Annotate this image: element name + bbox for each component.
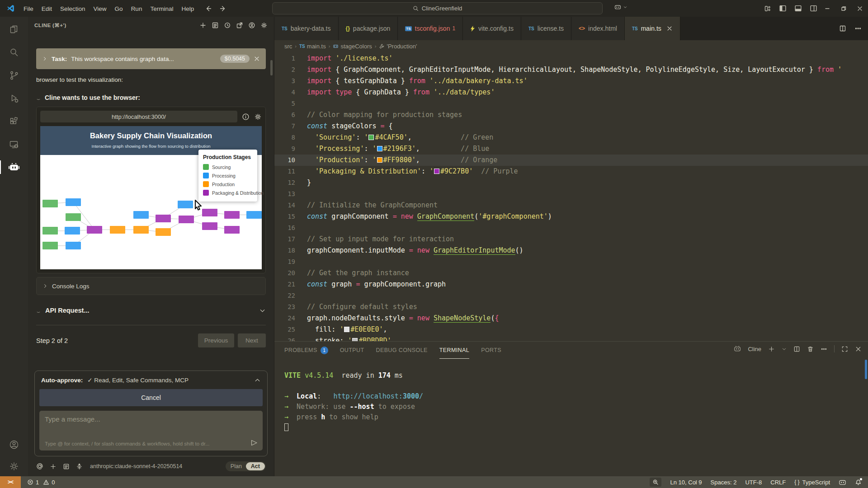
info-icon[interactable] [242,113,250,121]
chevron-down-icon[interactable] [782,347,787,352]
toggle-secondary-sidebar-icon[interactable] [810,5,817,12]
browser-url-field[interactable]: http://localhost:3000/ [40,111,237,122]
kill-terminal-icon[interactable] [807,346,814,352]
spinner-icon [36,95,41,100]
browser-viewport[interactable]: Bakery Supply Chain Visualization Intera… [40,126,262,269]
tab-bakery-data.ts[interactable]: TSbakery-data.ts [274,17,339,40]
open-in-editor-icon[interactable] [236,22,243,29]
close-window-button[interactable] [852,6,868,11]
minimize-button[interactable] [819,6,835,11]
remote-indicator[interactable]: >< [0,476,21,488]
panel-tab-problems[interactable]: PROBLEMS1 [284,342,328,359]
cancel-button[interactable]: Cancel [39,389,263,406]
copilot-button[interactable] [614,3,627,11]
send-icon[interactable] [250,439,258,447]
previous-button[interactable]: Previous [198,333,234,347]
panel-tab-output[interactable]: OUTPUT [340,342,364,359]
console-logs-row[interactable]: Console Logs [36,277,266,295]
more-actions-icon[interactable] [821,346,827,352]
plan-act-toggle[interactable]: Plan Act [226,461,266,471]
auto-approve-value: ✓ Read, Edit, Safe Commands, MCP [87,376,189,384]
mention-icon[interactable] [36,463,43,470]
remote-explorer-icon[interactable] [0,139,28,150]
api-request-row[interactable]: API Request... [36,307,266,314]
extensions-icon[interactable] [0,116,28,127]
split-terminal-icon[interactable] [793,346,800,352]
code-editor[interactable]: 1import './license.ts'2import { GraphCom… [274,52,868,341]
customize-layout-icon[interactable] [764,5,771,12]
indentation[interactable]: Spaces: 2 [711,479,737,486]
panel-tab-ports[interactable]: PORTS [481,342,501,359]
plus-icon[interactable] [50,463,57,470]
copilot-status-icon[interactable] [839,479,846,486]
zoom-indicator[interactable] [650,478,661,487]
breadcrumb-symbol[interactable]: stageColors [333,43,372,50]
cline-icon[interactable] [0,162,28,172]
terminal-content[interactable]: VITE v4.5.14 ready in 174 ms→ Local: htt… [274,359,868,433]
problems-status[interactable]: 1 0 [27,479,55,486]
browser-settings-icon[interactable] [254,113,262,121]
forward-arrow-icon[interactable] [220,5,227,12]
terminal-scrollbar[interactable] [865,360,867,379]
sidebar-scrollbar[interactable] [270,60,273,75]
tab-index.html[interactable]: <>index.html [571,17,625,40]
toggle-panel-icon[interactable] [794,5,802,12]
rules-icon[interactable] [63,463,70,470]
source-control-icon[interactable] [0,70,28,81]
maximize-panel-icon[interactable] [841,346,848,352]
account-circle-icon[interactable] [248,22,255,29]
new-task-icon[interactable] [199,22,207,29]
menu-view[interactable]: View [90,5,111,12]
explorer-icon[interactable] [0,24,28,35]
act-mode[interactable]: Act [246,462,265,470]
account-icon[interactable] [0,439,28,450]
history-icon[interactable] [224,22,231,29]
message-input[interactable]: Type a message... Type @ for context, / … [39,411,263,450]
plan-mode[interactable]: Plan [226,462,246,470]
menu-edit[interactable]: Edit [38,5,56,12]
notifications-bell[interactable] [855,479,862,486]
restore-button[interactable] [835,6,852,11]
settings-gear-icon[interactable] [0,461,28,472]
menu-file[interactable]: File [19,5,38,12]
panel-tab-terminal[interactable]: TERMINAL [439,342,469,359]
eol-sequence[interactable]: CRLF [770,479,786,486]
split-editor-icon[interactable] [839,25,846,32]
more-actions-icon[interactable] [854,25,862,32]
toggle-sidebar-icon[interactable] [779,5,787,12]
tab-tsconfig.json[interactable]: TStsconfig.json1 [398,17,463,40]
close-tab-icon[interactable] [666,25,673,32]
menu-run[interactable]: Run [127,5,146,12]
breadcrumb[interactable]: src › TSmain.ts › stageColors › 'Product… [274,40,868,52]
next-button[interactable]: Next [238,333,266,347]
settings-icon[interactable] [260,22,268,29]
tab-package.json[interactable]: {}package.json [339,17,398,40]
mcp-icon[interactable] [76,463,83,470]
breadcrumb-src[interactable]: src [284,43,292,50]
panel-tab-debug-console[interactable]: DEBUG CONSOLE [376,342,427,359]
close-task-icon[interactable] [254,56,260,62]
menu-terminal[interactable]: Terminal [146,5,177,12]
close-panel-icon[interactable] [855,346,862,352]
search-sidebar-icon[interactable] [0,47,28,58]
back-arrow-icon[interactable] [204,5,212,12]
task-header[interactable]: Task: This workspace contains graph data… [36,48,266,69]
menu-go[interactable]: Go [111,5,127,12]
language-mode[interactable]: { }TypeScript [794,479,830,486]
menu-selection[interactable]: Selection [56,5,90,12]
run-debug-icon[interactable] [0,93,28,104]
breadcrumb-file[interactable]: TSmain.ts [299,43,326,50]
rules-icon[interactable] [212,22,219,29]
tab-main.ts[interactable]: TSmain.ts [625,17,680,40]
search-box[interactable]: ClineGreenfield [272,2,603,14]
tab-vite.config.ts[interactable]: vite.config.ts [463,17,521,40]
menu-help[interactable]: Help [177,5,198,12]
terminal-profile-label[interactable]: Cline [748,346,761,352]
auto-approve-row[interactable]: Auto-approve: ✓ Read, Edit, Safe Command… [39,375,263,384]
tab-license.ts[interactable]: TSlicense.ts [521,17,571,40]
new-terminal-icon[interactable] [768,346,775,352]
breadcrumb-property[interactable]: 'Production' [379,43,417,50]
cursor-position[interactable]: Ln 10, Col 9 [670,479,702,486]
encoding[interactable]: UTF-8 [745,479,762,486]
model-selector[interactable]: anthropic:claude-sonnet-4-20250514 [90,463,182,469]
